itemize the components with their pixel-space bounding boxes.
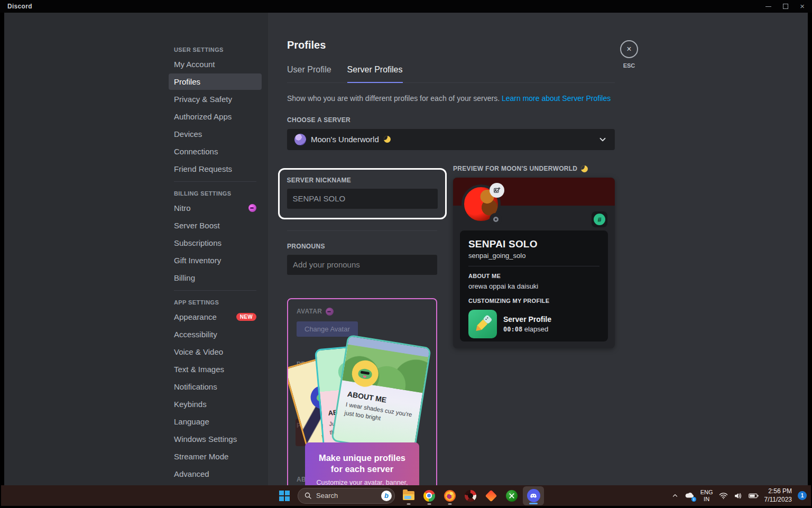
running-indicator (407, 503, 410, 505)
sidebar-item-nitro[interactable]: Nitro (169, 200, 262, 216)
sidebar-item-keybinds[interactable]: Keybinds (169, 396, 262, 412)
xbox-icon[interactable] (501, 485, 522, 506)
sidebar-item-friend-requests[interactable]: Friend Requests (169, 161, 262, 177)
chevron-down-icon (598, 135, 607, 144)
server-nickname-label: SERVER NICKNAME (287, 177, 438, 184)
diamond-app-icon[interactable] (481, 485, 501, 506)
settings-content: Profiles User Profile Server Profiles Sh… (268, 13, 808, 485)
battery-icon[interactable] (749, 493, 759, 499)
status-offline-badge (490, 213, 502, 225)
wifi-icon[interactable] (719, 492, 728, 500)
settings-sidebar: USER SETTINGS My Account Profiles Privac… (4, 13, 268, 485)
sidebar-item-gift-inventory[interactable]: Gift Inventory (169, 252, 262, 269)
firefox-icon[interactable] (439, 485, 460, 506)
crescent-moon-icon (384, 136, 391, 143)
sidebar-item-notifications[interactable]: Notifications (169, 378, 262, 395)
tab-user-profile[interactable]: User Profile (287, 65, 331, 82)
chrome-icon[interactable] (419, 485, 439, 506)
onedrive-icon[interactable]: i (685, 491, 695, 501)
choose-server-label: CHOOSE A SERVER (287, 116, 615, 124)
pronouns-label: PRONOUNS (287, 243, 437, 250)
sidebar-item-authorized-apps[interactable]: Authorized Apps (169, 108, 262, 125)
preview-label: PREVIEW FOR MOON'S UNDERWORLD (453, 165, 577, 172)
lens-app-icon[interactable] (460, 485, 481, 506)
discord-settings-window: USER SETTINGS My Account Profiles Privac… (4, 13, 808, 485)
notification-count-badge[interactable]: 1 (798, 491, 807, 500)
sidebar-divider (174, 290, 256, 291)
change-avatar-button[interactable]: Change Avatar (297, 321, 358, 337)
sidebar-item-connections[interactable]: Connections (169, 143, 262, 160)
sidebar-item-windows-settings[interactable]: Windows Settings (169, 431, 262, 447)
windows-logo-icon (279, 491, 290, 501)
pronouns-input[interactable] (287, 255, 437, 275)
nav-header-user-settings: USER SETTINGS (169, 43, 262, 56)
sidebar-item-server-boost[interactable]: Server Boost (169, 217, 262, 234)
server-tag-badge: # (592, 211, 607, 227)
close-circle-icon[interactable]: × (620, 40, 638, 58)
server-nickname-input[interactable] (287, 189, 438, 209)
field-divider (287, 230, 437, 231)
hash-icon: # (594, 214, 605, 225)
activity-pencil-icon (468, 310, 497, 338)
server-select-value: Moon's Underworld (311, 135, 379, 144)
server-avatar-icon (294, 134, 306, 145)
section-description: Show who you are with different profiles… (287, 94, 615, 104)
display-name: SENPAI SOLO (468, 238, 599, 250)
avatar-section-panel: AVATAR Change Avatar PRO C PROFILE ABO Y… (287, 298, 437, 485)
page-title: Profiles (287, 39, 615, 51)
close-settings-button[interactable]: × ESC (619, 40, 640, 69)
language-indicator[interactable]: ENG IN (700, 489, 713, 502)
tab-server-profiles[interactable]: Server Profiles (347, 65, 403, 83)
profile-preview-card: # SENPAI SOLO senpai_going_solo ABOUT ME… (453, 178, 615, 348)
sidebar-item-profiles[interactable]: Profiles (169, 73, 262, 90)
speaker-icon[interactable] (734, 492, 743, 500)
sidebar-item-advanced[interactable]: Advanced (169, 466, 262, 482)
taskbar-search[interactable]: b (298, 488, 395, 504)
sidebar-item-text-images[interactable]: Text & Images (169, 361, 262, 377)
start-button[interactable] (274, 485, 294, 506)
clock[interactable]: 2:56 PM 7/11/2023 (764, 487, 792, 504)
sidebar-item-streamer-mode[interactable]: Streamer Mode (169, 448, 262, 465)
discord-icon-active[interactable] (523, 486, 544, 505)
about-me-heading: ABOUT ME (468, 273, 599, 279)
maximize-icon[interactable] (783, 4, 788, 9)
avatar-label: AVATAR (297, 308, 322, 315)
sidebar-item-accessibility[interactable]: Accessibility (169, 326, 262, 343)
sidebar-item-appearance[interactable]: Appearance NEW (169, 309, 262, 325)
username: senpai_going_solo (468, 252, 599, 260)
server-profile-preview: PREVIEW FOR MOON'S UNDERWORLD # SENPAI S… (453, 165, 615, 348)
sidebar-item-language[interactable]: Language (169, 413, 262, 430)
nitro-icon (326, 308, 334, 316)
sidebar-item-subscriptions[interactable]: Subscriptions (169, 235, 262, 251)
nitro-icon (248, 204, 256, 212)
minimize-icon[interactable] (765, 6, 771, 7)
windows-taskbar: b (1, 485, 811, 506)
activity-elapsed: 00:08 elapsed (503, 325, 551, 333)
profile-tabs: User Profile Server Profiles (287, 65, 615, 83)
card-divider (468, 266, 599, 266)
sidebar-item-privacy-safety[interactable]: Privacy & Safety (169, 91, 262, 107)
sidebar-item-voice-video[interactable]: Voice & Video (169, 344, 262, 360)
tray-chevron-up-icon[interactable] (671, 492, 679, 500)
sidebar-item-devices[interactable]: Devices (169, 126, 262, 142)
customizing-heading: CUSTOMIZING MY PROFILE (468, 298, 599, 304)
bing-icon: b (381, 491, 392, 501)
about-me-text: orewa oppai ka daisuki (468, 282, 599, 290)
avatar-upload-icon[interactable] (490, 183, 504, 198)
window-titlebar: Discord × (0, 0, 812, 13)
sidebar-item-my-account[interactable]: My Account (169, 56, 262, 72)
search-icon (304, 492, 312, 500)
close-icon[interactable]: × (800, 4, 805, 9)
nav-header-billing-settings: BILLING SETTINGS (169, 187, 262, 200)
nav-header-app-settings: APP SETTINGS (169, 296, 262, 309)
running-indicator (427, 503, 431, 505)
search-input[interactable] (316, 492, 379, 500)
sidebar-divider (174, 181, 256, 182)
server-select-dropdown[interactable]: Moon's Underworld (287, 129, 615, 150)
activity-name: Server Profile (503, 315, 551, 324)
learn-more-link[interactable]: Learn more about Server Profiles (502, 94, 611, 103)
server-profiles-promo: Make unique profiles for each server Cus… (305, 442, 419, 485)
file-explorer-icon[interactable] (398, 485, 419, 506)
crescent-moon-icon (581, 165, 588, 172)
sidebar-item-billing[interactable]: Billing (169, 270, 262, 286)
